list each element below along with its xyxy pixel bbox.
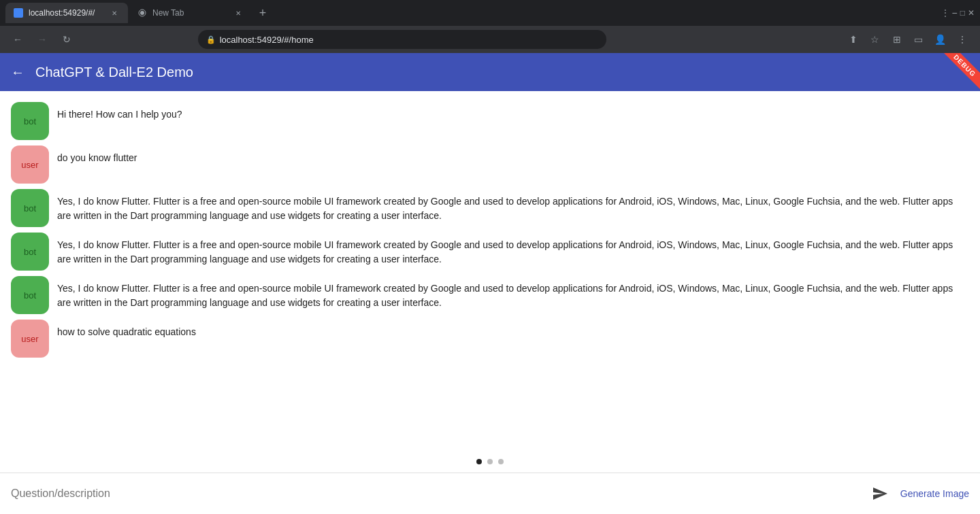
message-text-1: Hi there! How can I help you? (57, 102, 969, 122)
chat-area: bot Hi there! How can I help you? user d… (0, 91, 980, 451)
tab-search-icon[interactable]: ⊞ (887, 30, 906, 49)
pagination-dots (0, 451, 980, 473)
minimize-btn[interactable]: − (952, 7, 958, 18)
tab-bar: localhost:54929/#/ ✕ New Tab ✕ + ⋮ − □ ✕ (0, 0, 980, 26)
dot-1[interactable] (476, 459, 482, 464)
chat-input[interactable] (11, 487, 860, 500)
message-row: user do you know flutter (11, 145, 969, 184)
tab-close-2[interactable]: ✕ (233, 7, 244, 18)
app-title: ChatGPT & Dall-E2 Demo (35, 65, 193, 80)
address-bar-row: ← → ↻ 🔒 localhost:54929/#/home ⬆ ☆ ⊞ ▭ 👤… (0, 26, 980, 53)
debug-badge: DEBUG (941, 53, 980, 89)
input-area: Generate Image (0, 473, 980, 514)
new-tab-button[interactable]: + (253, 3, 272, 22)
message-row: bot Hi there! How can I help you? (11, 102, 969, 140)
browser-chrome: localhost:54929/#/ ✕ New Tab ✕ + ⋮ − □ ✕ (0, 0, 980, 53)
generate-image-button[interactable]: Generate Image (900, 488, 969, 499)
forward-button[interactable]: → (33, 30, 52, 49)
tab-title-1: localhost:54929/#/ (29, 8, 103, 18)
tab-favicon-1 (14, 8, 23, 18)
message-text-5: Yes, I do know Flutter. Flutter is a fre… (57, 276, 969, 310)
sidebar-icon[interactable]: ▭ (909, 30, 928, 49)
address-text: localhost:54929/#/home (220, 35, 314, 45)
avatar-bot-2: bot (11, 189, 49, 227)
dot-3[interactable] (498, 459, 504, 464)
tab-close-1[interactable]: ✕ (109, 7, 120, 18)
back-icon[interactable]: ← (11, 65, 24, 80)
close-btn[interactable]: ✕ (968, 8, 975, 18)
app-container: ← ChatGPT & Dall-E2 Demo DEBUG bot Hi th… (0, 53, 980, 514)
lock-icon: 🔒 (206, 35, 216, 44)
message-text-4: Yes, I do know Flutter. Flutter is a fre… (57, 233, 969, 267)
dot-2[interactable] (487, 459, 493, 464)
window-controls: ⋮ − □ ✕ (941, 7, 975, 18)
avatar-bot-4: bot (11, 276, 49, 314)
address-box[interactable]: 🔒 localhost:54929/#/home (198, 30, 606, 49)
tab-favicon-2 (137, 8, 147, 18)
share-icon[interactable]: ⬆ (844, 30, 863, 49)
svg-rect-0 (15, 10, 22, 16)
avatar-bot-3: bot (11, 233, 49, 271)
avatar-user-2: user (11, 320, 49, 358)
send-icon (872, 485, 888, 502)
message-row: bot Yes, I do know Flutter. Flutter is a… (11, 276, 969, 314)
tab-localhost[interactable]: localhost:54929/#/ ✕ (5, 3, 128, 23)
bookmark-icon[interactable]: ☆ (866, 30, 885, 49)
svg-point-2 (140, 11, 144, 15)
profile-icon[interactable]: 👤 (931, 30, 950, 49)
toolbar-right: ⬆ ☆ ⊞ ▭ 👤 ⋮ (844, 30, 972, 49)
message-row: bot Yes, I do know Flutter. Flutter is a… (11, 233, 969, 271)
avatar-user-1: user (11, 145, 49, 184)
maximize-btn[interactable]: □ (960, 8, 965, 18)
message-text-6: how to solve quadratic equations (57, 320, 969, 339)
tab-list-icon[interactable]: ⋮ (941, 8, 949, 18)
message-row: bot Yes, I do know Flutter. Flutter is a… (11, 189, 969, 227)
refresh-button[interactable]: ↻ (57, 30, 76, 49)
avatar-bot-1: bot (11, 102, 49, 140)
send-button[interactable] (868, 481, 892, 506)
menu-icon[interactable]: ⋮ (953, 30, 972, 49)
tab-title-2: New Tab (152, 8, 227, 18)
tab-new-tab[interactable]: New Tab ✕ (129, 3, 252, 23)
message-row: user how to solve quadratic equations (11, 320, 969, 358)
message-text-2: do you know flutter (57, 145, 969, 165)
message-text-3: Yes, I do know Flutter. Flutter is a fre… (57, 189, 969, 223)
debug-corner: DEBUG (932, 53, 980, 101)
app-header: ← ChatGPT & Dall-E2 Demo DEBUG (0, 53, 980, 91)
back-button[interactable]: ← (8, 30, 27, 49)
